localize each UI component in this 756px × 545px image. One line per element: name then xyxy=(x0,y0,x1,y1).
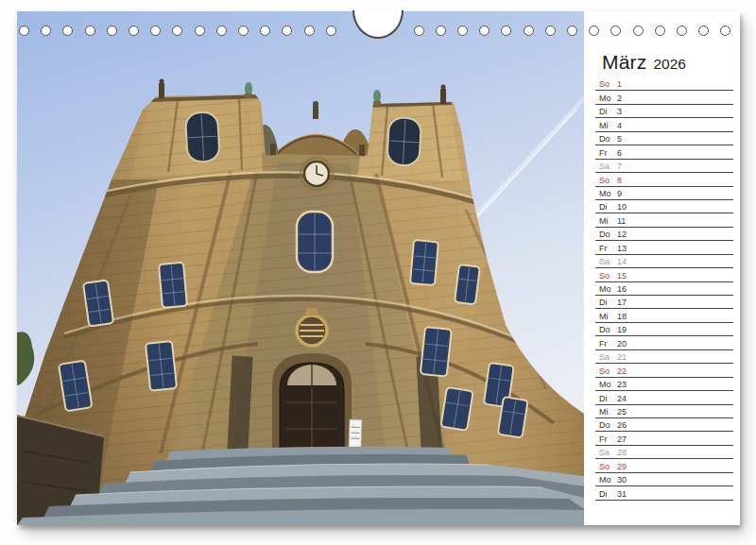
day-number: 12 xyxy=(617,230,627,239)
day-abbr: Mo xyxy=(599,189,617,198)
day-number: 13 xyxy=(617,244,627,253)
calendar-day-row: Mo16 xyxy=(595,282,733,296)
day-abbr: Do xyxy=(599,420,617,430)
day-number: 3 xyxy=(617,107,622,116)
binding-hole xyxy=(260,26,270,36)
day-number: 30 xyxy=(617,475,627,485)
calendar-day-row: Fr13 xyxy=(595,241,733,254)
month-label: März xyxy=(602,51,646,73)
binding-hole xyxy=(501,26,511,36)
binding-hole xyxy=(85,26,95,36)
binding-hole xyxy=(282,26,292,36)
calendar-day-row: Do19 xyxy=(595,323,733,336)
page-background: März2026 So1Mo2Di3Mi4Do5Fr6Sa7So8Mo9Di10… xyxy=(0,0,756,545)
day-number: 6 xyxy=(617,148,622,158)
calendar-day-row: So8 xyxy=(595,173,733,186)
calendar-day-row: Mo2 xyxy=(595,91,733,104)
binding-hole xyxy=(698,26,709,36)
day-abbr: Mi xyxy=(599,216,617,226)
calendar-day-row: Sa14 xyxy=(595,255,733,268)
calendar-day-row: Sa28 xyxy=(595,446,733,459)
clock xyxy=(304,162,329,186)
day-number: 31 xyxy=(617,489,627,499)
calendar-day-row: Mo30 xyxy=(595,473,733,486)
day-number: 24 xyxy=(617,394,627,403)
day-abbr: Sa xyxy=(599,257,617,266)
calendar-day-row: Mi25 xyxy=(595,405,733,418)
binding-hole xyxy=(41,26,51,36)
day-abbr: Di xyxy=(599,107,617,116)
binding-hole xyxy=(567,26,577,36)
calendar-sheet: März2026 So1Mo2Di3Mi4Do5Fr6Sa7So8Mo9Di10… xyxy=(17,11,740,525)
binding-hole xyxy=(545,26,556,36)
binding-hole xyxy=(172,26,182,36)
calendar-day-row: Do26 xyxy=(595,418,733,432)
calendar-day-row: Di10 xyxy=(595,200,733,213)
calendar-day-row: So22 xyxy=(595,364,733,377)
binding-hole xyxy=(610,26,621,36)
church-photo-illustration xyxy=(17,11,584,525)
day-abbr: So xyxy=(599,176,617,185)
day-number: 10 xyxy=(617,202,627,212)
day-abbr: Mo xyxy=(599,284,617,294)
day-number: 16 xyxy=(617,284,627,294)
day-abbr: Do xyxy=(599,134,617,144)
calendar-day-row: Di24 xyxy=(595,391,733,404)
calendar-day-row: Sa21 xyxy=(595,350,733,364)
day-number: 27 xyxy=(617,434,627,444)
day-abbr: So xyxy=(599,79,617,89)
calendar-day-row: Fr27 xyxy=(595,432,733,445)
binding-hole xyxy=(524,26,534,36)
calendar-day-row: Mi11 xyxy=(595,213,733,227)
day-number: 11 xyxy=(617,216,626,226)
binding-hole xyxy=(150,26,161,36)
day-abbr: Sa xyxy=(599,352,617,362)
calendar-day-row: Mi18 xyxy=(595,309,733,322)
church-photo xyxy=(17,11,584,525)
day-number: 23 xyxy=(617,380,627,389)
day-number: 8 xyxy=(617,176,622,185)
binding-hole xyxy=(589,26,599,36)
day-number: 4 xyxy=(617,121,622,130)
binding-hole xyxy=(107,26,117,36)
year-label: 2026 xyxy=(653,56,685,72)
day-number: 1 xyxy=(617,79,622,89)
day-abbr: Fr xyxy=(599,434,617,444)
calendar-day-row: Fr20 xyxy=(595,336,733,349)
day-number: 19 xyxy=(617,325,627,334)
binding-hole xyxy=(436,26,446,36)
calendar-day-row: So29 xyxy=(595,459,733,472)
binding-hole xyxy=(479,26,490,36)
day-abbr: So xyxy=(599,271,617,281)
day-abbr: Do xyxy=(599,230,617,239)
calendar-title: März2026 xyxy=(602,51,686,74)
day-abbr: Sa xyxy=(599,448,617,457)
day-number: 14 xyxy=(617,257,627,266)
day-abbr: Fr xyxy=(599,148,617,158)
day-abbr: Mi xyxy=(599,312,617,321)
binding-hole xyxy=(304,26,315,36)
binding-hole xyxy=(720,26,730,36)
day-abbr: Di xyxy=(599,202,617,212)
day-number: 18 xyxy=(617,312,627,321)
calendar-day-row: Do12 xyxy=(595,228,733,241)
calendar-day-row: Di17 xyxy=(595,296,733,309)
day-abbr: Mo xyxy=(599,475,617,485)
binding-hole xyxy=(62,26,73,36)
binding-hole xyxy=(655,26,665,36)
day-number: 5 xyxy=(617,134,622,144)
calendar-day-row: So15 xyxy=(595,268,733,281)
day-number: 20 xyxy=(617,339,627,349)
day-number: 29 xyxy=(617,462,627,471)
day-abbr: Mi xyxy=(599,407,617,417)
day-number: 22 xyxy=(617,366,627,376)
day-abbr: Mo xyxy=(599,380,617,389)
calendar-day-row: Mi4 xyxy=(595,118,733,131)
day-abbr: Fr xyxy=(599,244,617,253)
calendar-day-row: Mo9 xyxy=(595,187,733,200)
calendar-day-row: Mo23 xyxy=(595,378,733,391)
binding-hole xyxy=(195,26,205,36)
day-abbr: Di xyxy=(599,394,617,403)
information-sign xyxy=(349,419,362,450)
binding-hole xyxy=(633,26,644,36)
